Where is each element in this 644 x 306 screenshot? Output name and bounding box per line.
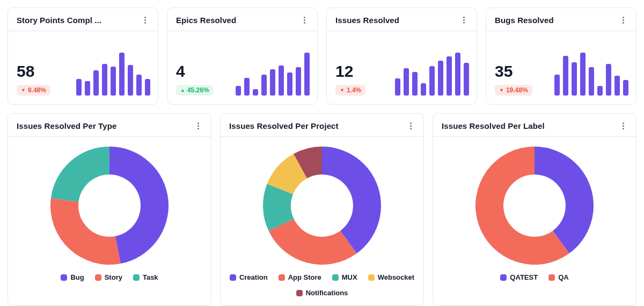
spark-bar — [589, 67, 594, 96]
spark-bar — [296, 67, 301, 96]
legend-label: Websocket — [378, 273, 414, 281]
spark-bar — [412, 72, 418, 96]
spark-bar — [623, 80, 628, 96]
spark-bar — [236, 86, 241, 96]
delta-badge: ▼ 1.4% — [335, 85, 365, 96]
donut-chart — [263, 147, 381, 265]
delta-badge: ▼ 9.48% — [17, 85, 50, 96]
spark-bar — [606, 64, 611, 96]
more-icon[interactable] — [140, 14, 150, 25]
spark-bar — [554, 75, 560, 96]
legend-swatch — [133, 274, 140, 281]
card-header: Epics Resolved — [167, 8, 317, 31]
legend-label: Task — [143, 273, 158, 281]
arrow-down-icon: ▼ — [340, 88, 345, 93]
card-header: Issues Resolved Per Label — [433, 114, 636, 137]
donut-wrap — [263, 147, 381, 265]
donut-wrap — [50, 147, 169, 265]
kpi-body: 4 ▲ 45.26% — [167, 31, 317, 104]
legend: Bug Story Task — [61, 273, 158, 281]
card-title: Bugs Resolved — [495, 16, 554, 25]
spark-bar — [279, 65, 284, 96]
kpi-card-story-points: Story Points Compl ... 58 ▼ 9.48% — [8, 8, 158, 105]
spark-bar — [85, 81, 90, 96]
spark-bar — [76, 79, 82, 96]
delta-badge: ▲ 45.26% — [176, 85, 214, 96]
spark-bar — [136, 75, 142, 96]
spark-bar — [253, 89, 258, 96]
card-header: Issues Resolved Per Type — [8, 114, 211, 137]
card-header: Bugs Resolved — [486, 8, 636, 31]
more-icon[interactable] — [618, 14, 628, 25]
sparkline — [554, 50, 628, 96]
kpi-body: 58 ▼ 9.48% — [8, 31, 158, 104]
spark-bar — [572, 62, 577, 96]
card-title: Issues Resolved — [335, 16, 399, 25]
delta-text: 45.26% — [187, 86, 209, 94]
spark-bar — [111, 67, 116, 96]
more-icon[interactable] — [618, 120, 628, 131]
legend-item: Story — [95, 273, 122, 281]
legend-item: QA — [548, 273, 569, 281]
spark-bar — [287, 72, 292, 96]
spark-bar — [102, 64, 107, 96]
donut-card-issues-per-project: Issues Resolved Per Project Creation App… — [220, 113, 424, 306]
arrow-down-icon: ▼ — [499, 88, 504, 93]
kpi-body: 12 ▼ 1.4% — [327, 31, 477, 104]
kpi-card-issues-resolved: Issues Resolved 12 ▼ 1.4% — [326, 8, 477, 105]
delta-badge: ▼ 19.48% — [495, 85, 532, 96]
legend-label: Story — [105, 273, 122, 281]
legend-item: Notifications — [296, 289, 348, 297]
card-title: Issues Resolved Per Type — [17, 121, 116, 130]
spark-bar — [244, 78, 250, 96]
legend-label: QATEST — [510, 273, 538, 281]
legend-item: Bug — [61, 273, 84, 281]
spark-bar — [438, 61, 443, 96]
legend-item: Websocket — [368, 273, 414, 281]
spark-bar — [455, 53, 460, 96]
spark-bar — [614, 76, 620, 96]
kpi-left: 4 ▲ 45.26% — [176, 63, 214, 96]
spark-bar — [429, 66, 435, 96]
legend-label: Creation — [239, 273, 268, 281]
sparkline — [236, 50, 310, 96]
legend-swatch — [500, 274, 507, 281]
legend-label: Notifications — [306, 289, 348, 297]
spark-bar — [93, 70, 99, 96]
card-title: Issues Resolved Per Project — [229, 121, 339, 130]
spark-bar — [580, 53, 586, 96]
donut-body: QATEST QA — [433, 137, 636, 290]
spark-bar — [119, 53, 125, 96]
more-icon[interactable] — [299, 14, 310, 25]
legend-label: Bug — [70, 273, 84, 281]
legend-item: Task — [133, 273, 158, 281]
spark-bar — [145, 79, 150, 96]
card-header: Story Points Compl ... — [8, 8, 158, 31]
donut-chart — [475, 147, 594, 265]
delta-text: 1.4% — [347, 86, 361, 94]
kpi-body: 35 ▼ 19.48% — [486, 31, 636, 104]
arrow-up-icon: ▲ — [180, 88, 185, 93]
donut-slice — [50, 198, 121, 265]
spark-bar — [563, 56, 568, 96]
kpi-left: 35 ▼ 19.48% — [495, 63, 532, 96]
kpi-card-bugs-resolved: Bugs Resolved 35 ▼ 19.48% — [486, 8, 636, 105]
legend-item: MUX — [332, 273, 357, 281]
legend-swatch — [296, 290, 303, 296]
sparkline — [76, 50, 150, 96]
legend-label: App Store — [288, 273, 321, 281]
delta-text: 9.48% — [28, 86, 46, 94]
legend-item: App Store — [279, 273, 321, 281]
donut-slice — [51, 147, 109, 202]
legend-swatch — [61, 274, 67, 281]
more-icon[interactable] — [405, 120, 416, 131]
spark-bar — [404, 68, 409, 96]
donut-chart — [50, 147, 169, 265]
kpi-value: 12 — [335, 63, 353, 79]
spark-bar — [304, 53, 310, 96]
more-icon[interactable] — [458, 14, 469, 25]
donut-card-issues-per-label: Issues Resolved Per Label QATEST QA — [433, 113, 636, 306]
spark-bar — [395, 78, 400, 96]
more-icon[interactable] — [193, 120, 203, 131]
spark-bar — [270, 69, 275, 96]
